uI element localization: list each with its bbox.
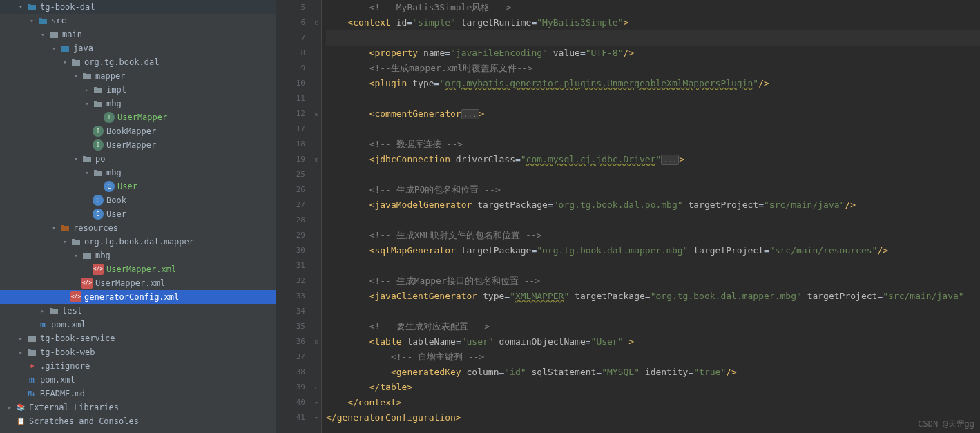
line-number[interactable]: 6 xyxy=(276,15,305,30)
code-line[interactable]: <sqlMapGenerator targetPackage="org.tg.b… xyxy=(326,243,980,258)
tree-item-org-tg-book-dal-mapper[interactable]: ▾org.tg.book.dal.mapper xyxy=(0,235,276,249)
line-number[interactable]: 11 xyxy=(276,91,305,106)
code-line[interactable] xyxy=(326,304,980,319)
expand-arrow-icon[interactable]: ▸ xyxy=(39,304,47,318)
code-line[interactable]: 💡 <context id="simple" targetRuntime="My… xyxy=(326,15,980,30)
line-number[interactable]: 40 xyxy=(276,395,305,410)
project-tree-panel[interactable]: ▾tg-book-dal▾src▾main▾java▾org.tg.book.d… xyxy=(0,0,276,433)
fold-marker[interactable]: ⊞ xyxy=(312,106,321,122)
line-number[interactable]: 32 xyxy=(276,273,305,289)
code-line[interactable]: <!-- 生成XML映射文件的包名和位置 --> xyxy=(326,228,980,243)
fold-marker[interactable] xyxy=(312,228,321,243)
code-area[interactable]: <!-- MyBatis3Simple风格 -->💡 <context id="… xyxy=(322,0,980,433)
tree-item-external-libraries[interactable]: ▸📚External Libraries xyxy=(0,401,276,414)
fold-marker[interactable]: ⌐ xyxy=(312,380,321,395)
code-line[interactable]: <generatedKey column="id" sqlStatement="… xyxy=(326,365,980,380)
expand-arrow-icon[interactable]: ▸ xyxy=(83,83,91,97)
line-number[interactable]: 34 xyxy=(276,304,305,319)
expand-arrow-icon[interactable]: ▾ xyxy=(61,55,69,69)
tree-item-mapper[interactable]: ▾mapper xyxy=(0,69,276,83)
expand-arrow-icon[interactable]: ▾ xyxy=(61,235,69,249)
tree-item-book[interactable]: CBook xyxy=(0,193,276,207)
fold-marker[interactable] xyxy=(312,137,321,152)
code-line[interactable] xyxy=(326,213,980,228)
code-line[interactable] xyxy=(326,258,980,273)
fold-marker[interactable] xyxy=(312,349,321,365)
tree-item-org-tg-book-dal[interactable]: ▾org.tg.book.dal xyxy=(0,55,276,69)
tree-item-scratches-and-consoles[interactable]: 📋Scratches and Consoles xyxy=(0,414,276,428)
code-line[interactable]: <commentGenerator...> xyxy=(326,106,980,122)
expand-arrow-icon[interactable]: ▸ xyxy=(17,345,25,359)
fold-marker[interactable]: ⌐ xyxy=(312,410,321,425)
code-line[interactable]: </context> xyxy=(326,395,980,410)
code-editor[interactable]: 5678910111217181925262728293031323334353… xyxy=(276,0,980,433)
code-line[interactable]: <jdbcConnection driverClass="com.mysql.c… xyxy=(326,152,980,167)
fold-column[interactable]: ⊟⊞⊞⊟⌐⌐⌐ xyxy=(312,0,322,433)
tree-item--gitignore[interactable]: ◆.gitignore xyxy=(0,359,276,373)
tree-item-test[interactable]: ▸test xyxy=(0,304,276,318)
fold-marker[interactable]: ⊟ xyxy=(312,15,321,30)
line-number[interactable]: 25 xyxy=(276,167,305,182)
code-line[interactable]: <property name="javaFileEncoding" value=… xyxy=(326,46,980,61)
line-number[interactable]: 39 xyxy=(276,380,305,395)
tree-item-impl[interactable]: ▸impl xyxy=(0,83,276,97)
code-line[interactable] xyxy=(326,122,980,137)
fold-marker[interactable] xyxy=(312,76,321,91)
tree-item-usermapper-xml[interactable]: </>UserMapper.xml xyxy=(0,276,276,290)
tree-item-po[interactable]: ▾po xyxy=(0,152,276,166)
tree-item-main[interactable]: ▾main xyxy=(0,28,276,41)
expand-arrow-icon[interactable]: ▾ xyxy=(39,28,47,41)
fold-marker[interactable] xyxy=(312,213,321,228)
code-line[interactable]: <!-- 数据库连接 --> xyxy=(326,137,980,152)
tree-item-usermapper[interactable]: IUserMapper xyxy=(0,138,276,152)
line-number[interactable]: 8 xyxy=(276,46,305,61)
code-line[interactable] xyxy=(326,91,980,106)
fold-marker[interactable] xyxy=(312,243,321,258)
fold-marker[interactable] xyxy=(312,304,321,319)
line-number[interactable]: 27 xyxy=(276,198,305,213)
tree-item-mbg[interactable]: ▾mbg xyxy=(0,97,276,110)
fold-marker[interactable] xyxy=(312,365,321,380)
expand-arrow-icon[interactable]: ▸ xyxy=(6,401,14,414)
code-line[interactable]: <javaModelGenerator targetPackage="org.t… xyxy=(326,198,980,213)
tree-item-generatorconfig-xml[interactable]: </>generatorConfig.xml xyxy=(0,290,276,304)
tree-item-tg-book-dal[interactable]: ▾tg-book-dal xyxy=(0,0,276,14)
fold-marker[interactable]: ⊟ xyxy=(312,334,321,349)
expand-arrow-icon[interactable]: ▸ xyxy=(17,331,25,345)
fold-marker[interactable] xyxy=(312,198,321,213)
line-number[interactable]: 18 xyxy=(276,137,305,152)
fold-marker[interactable] xyxy=(312,273,321,289)
tree-item-readme-md[interactable]: M↓README.md xyxy=(0,387,276,401)
code-line[interactable]: <!-- 生成Mapper接口的包名和位置 --> xyxy=(326,273,980,289)
line-number[interactable]: 36 xyxy=(276,334,305,349)
line-number[interactable]: 29 xyxy=(276,228,305,243)
line-number[interactable]: 19 xyxy=(276,152,305,167)
tree-item-usermapper[interactable]: IUserMapper xyxy=(0,110,276,124)
code-line[interactable]: </table> xyxy=(326,380,980,395)
fold-marker[interactable] xyxy=(312,122,321,137)
fold-marker[interactable] xyxy=(312,30,321,46)
tree-item-src[interactable]: ▾src xyxy=(0,14,276,28)
fold-marker[interactable] xyxy=(312,0,321,15)
code-line[interactable]: <!-- 要生成对应表配置 --> xyxy=(326,319,980,334)
line-number[interactable]: 12 xyxy=(276,106,305,122)
code-line[interactable]: <!-- 自增主键列 --> xyxy=(326,349,980,365)
line-number[interactable]: 31 xyxy=(276,258,305,273)
tree-item-user[interactable]: CUser xyxy=(0,207,276,221)
expand-arrow-icon[interactable]: ▾ xyxy=(72,249,80,262)
tree-item-user[interactable]: CUser xyxy=(0,180,276,193)
fold-marker[interactable] xyxy=(312,91,321,106)
code-line[interactable]: <!-- MyBatis3Simple风格 --> xyxy=(326,0,980,15)
line-number[interactable]: 17 xyxy=(276,122,305,137)
line-number[interactable]: 30 xyxy=(276,243,305,258)
fold-marker[interactable] xyxy=(312,61,321,76)
code-line[interactable]: <table tableName="user" domainObjectName… xyxy=(326,334,980,349)
code-line[interactable]: <plugin type="org.mybatis.generator.plug… xyxy=(326,76,980,91)
expand-arrow-icon[interactable]: ▾ xyxy=(50,41,58,55)
code-line[interactable]: <javaClientGenerator type="XMLMAPPER" ta… xyxy=(326,289,980,304)
tree-item-mbg[interactable]: ▾mbg xyxy=(0,166,276,180)
line-number[interactable]: 37 xyxy=(276,349,305,365)
line-number[interactable]: 33 xyxy=(276,289,305,304)
line-number[interactable]: 41 xyxy=(276,410,305,425)
code-line[interactable]: <!--生成mapper.xml时覆盖原文件--> xyxy=(326,61,980,76)
